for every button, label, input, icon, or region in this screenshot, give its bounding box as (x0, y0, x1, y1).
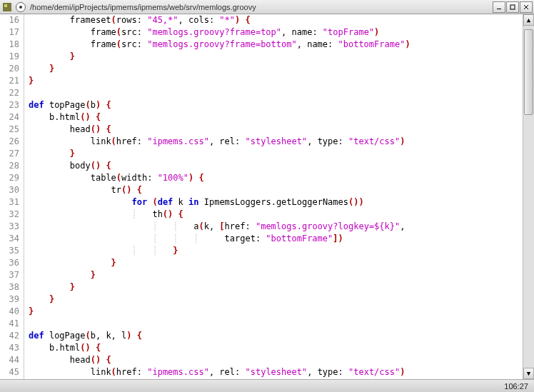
line-number: 44 (0, 354, 19, 366)
code-line[interactable]: } (29, 75, 523, 87)
editor-area: 1617181920212223242526272829303132333435… (0, 14, 534, 379)
scroll-up-button[interactable]: ▲ (523, 14, 534, 26)
code-line[interactable]: table(width: "100%") { (29, 172, 523, 184)
line-number: 27 (0, 148, 19, 160)
code-line[interactable]: tr() { (29, 184, 523, 196)
code-line[interactable]: link(href: "ipmems.css", rel: "styleshee… (29, 136, 523, 148)
line-number: 43 (0, 342, 19, 354)
code-line[interactable]: } (29, 63, 523, 75)
cursor-position: 106:27 (504, 382, 528, 391)
line-number: 36 (0, 257, 19, 269)
app-icon (1, 1, 13, 13)
line-number: 16 (0, 14, 19, 26)
line-number: 39 (0, 293, 19, 306)
line-number: 31 (0, 196, 19, 208)
code-line[interactable]: } (29, 281, 523, 293)
window-titlebar: /home/demi/ipProjects/ipmems/ipmems/web/… (0, 0, 534, 14)
code-line[interactable]: frame(src: "memlogs.groovy?frame=top", n… (29, 26, 523, 39)
modified-indicator-icon (16, 2, 26, 12)
code-line[interactable] (29, 318, 523, 330)
line-number: 40 (0, 306, 19, 318)
line-number: 21 (0, 75, 19, 87)
line-number: 33 (0, 221, 19, 233)
window-controls (492, 1, 533, 13)
scrollbar-thumb[interactable] (524, 29, 533, 115)
line-number: 32 (0, 208, 19, 221)
vertical-scrollbar[interactable]: ▲ ▼ (523, 14, 534, 379)
line-number: 41 (0, 318, 19, 330)
code-line[interactable]: } (29, 269, 523, 281)
code-line[interactable]: b.html() { (29, 342, 523, 354)
line-number: 24 (0, 111, 19, 124)
scroll-down-button[interactable]: ▼ (523, 368, 534, 379)
code-line[interactable]: head() { (29, 124, 523, 136)
code-line[interactable]: } (29, 257, 523, 269)
code-line[interactable]: } (29, 51, 523, 63)
line-number: 20 (0, 63, 19, 75)
line-number: 28 (0, 160, 19, 172)
line-number: 22 (0, 87, 19, 99)
code-line[interactable]: for (def k in IpmemsLoggers.getLoggerNam… (29, 196, 523, 208)
code-line[interactable]: ┊ ┊ a(k, [href: "memlogs.groovy?logkey=$… (29, 221, 523, 233)
code-line[interactable]: ┊ ┊ ┊ target: "bottomFrame"]) (29, 233, 523, 245)
line-number: 23 (0, 99, 19, 111)
line-number: 18 (0, 39, 19, 51)
code-line[interactable]: frameset(rows: "45,*", cols: "*") { (29, 14, 523, 26)
line-number: 17 (0, 26, 19, 39)
line-number-gutter: 1617181920212223242526272829303132333435… (0, 14, 24, 379)
maximize-button[interactable] (506, 1, 519, 13)
code-line[interactable] (29, 87, 523, 99)
code-line[interactable]: } (29, 306, 523, 318)
line-number: 34 (0, 233, 19, 245)
code-line[interactable]: ┊ th() { (29, 208, 523, 221)
code-line[interactable]: body() { (29, 160, 523, 172)
line-number: 42 (0, 330, 19, 342)
code-line[interactable]: } (29, 293, 523, 306)
line-number: 30 (0, 184, 19, 196)
code-line[interactable]: b.html() { (29, 111, 523, 124)
line-number: 25 (0, 124, 19, 136)
close-button[interactable] (520, 1, 533, 13)
svg-rect-1 (4, 4, 7, 7)
line-number: 26 (0, 136, 19, 148)
scrollbar-track[interactable] (523, 26, 534, 368)
code-line[interactable]: def topPage(b) { (29, 99, 523, 111)
line-number: 45 (0, 366, 19, 378)
svg-rect-3 (510, 5, 515, 9)
line-number: 19 (0, 51, 19, 63)
window-title-path: /home/demi/ipProjects/ipmems/ipmems/web/… (30, 3, 492, 11)
line-number: 37 (0, 269, 19, 281)
minimize-button[interactable] (493, 1, 505, 13)
code-line[interactable]: def logPage(b, k, l) { (29, 330, 523, 342)
line-number: 35 (0, 245, 19, 257)
code-line[interactable]: ┊ ┊ } (29, 245, 523, 257)
code-line[interactable]: link(href: "ipmems.css", rel: "styleshee… (29, 366, 523, 378)
code-line[interactable]: frame(src: "memlogs.groovy?frame=bottom"… (29, 39, 523, 51)
code-editor[interactable]: frameset(rows: "45,*", cols: "*") { fram… (24, 14, 523, 379)
svg-rect-2 (497, 9, 501, 9)
line-number: 38 (0, 281, 19, 293)
code-line[interactable]: head() { (29, 354, 523, 366)
status-bar: 106:27 (0, 379, 534, 392)
line-number: 29 (0, 172, 19, 184)
code-line[interactable]: } (29, 148, 523, 160)
